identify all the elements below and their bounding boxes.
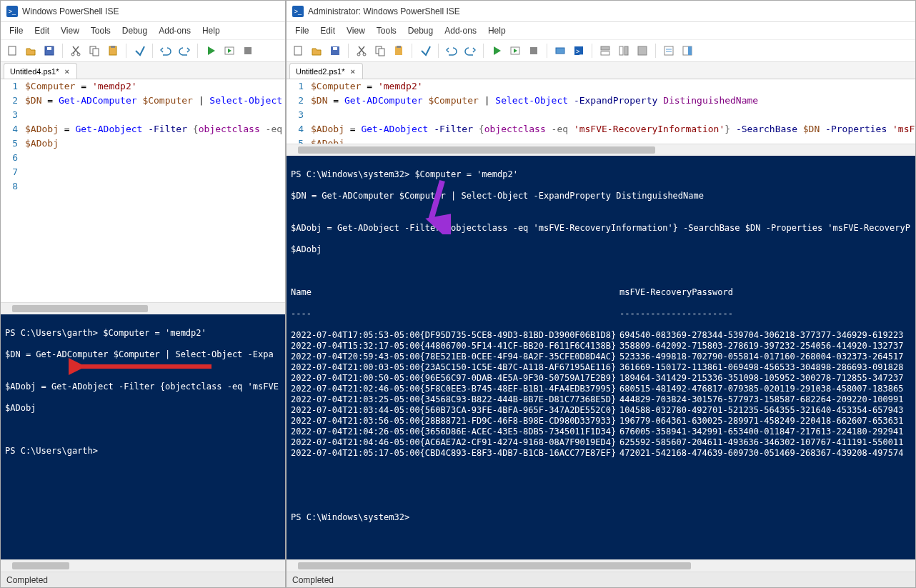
clear-icon[interactable] <box>131 42 148 59</box>
console-line: $ADobj <box>5 403 281 414</box>
clear-icon[interactable] <box>417 42 434 59</box>
script-editor[interactable]: 12345678 $Computer = 'memdp2' $DN = Get-… <box>1 79 285 302</box>
open-icon[interactable] <box>22 42 39 59</box>
output-row: 2022-07-04T20:59:43-05:00{78E521EB-0CEE-… <box>291 352 911 362</box>
stop-icon[interactable] <box>525 42 542 59</box>
paste-icon[interactable] <box>390 42 407 59</box>
console-prompt: PS C:\Users\garth> <box>5 446 281 457</box>
svg-rect-6 <box>93 49 99 56</box>
output-header: NamemsFVE-RecoveryPassword <box>291 287 911 298</box>
close-icon[interactable]: × <box>349 67 357 76</box>
separator <box>547 44 547 58</box>
horizontal-scrollbar[interactable] <box>1 559 285 572</box>
new-icon[interactable] <box>4 42 21 59</box>
show-command-icon[interactable] <box>660 42 677 59</box>
menu-file[interactable]: File <box>289 24 314 37</box>
menu-debug[interactable]: Debug <box>116 24 153 37</box>
separator <box>412 44 412 58</box>
output-row: 2022-07-04T21:02:46-05:00{5F8C0EE3-B745-… <box>291 384 911 394</box>
horizontal-scrollbar[interactable] <box>287 559 915 572</box>
svg-line-36 <box>431 181 442 220</box>
script-editor[interactable]: 1234567 $Computer = 'memdp2' $DN = Get-A… <box>287 79 915 144</box>
status-text: Completed <box>6 575 48 585</box>
menu-debug[interactable]: Debug <box>402 24 439 37</box>
paste-icon[interactable] <box>104 42 121 59</box>
menu-edit[interactable]: Edit <box>314 24 341 37</box>
menu-addons[interactable]: Add-ons <box>439 24 482 37</box>
file-tab[interactable]: Untitled2.ps1* × <box>289 63 363 79</box>
run-icon[interactable] <box>202 42 219 59</box>
console-pane[interactable]: PS C:\Windows\system32> $Computer = 'mem… <box>287 156 915 559</box>
titlebar[interactable]: >_ Administrator: Windows PowerShell ISE <box>287 1 915 22</box>
run-selection-icon[interactable] <box>221 42 238 59</box>
cut-icon[interactable] <box>67 42 84 59</box>
menu-edit[interactable]: Edit <box>29 24 55 37</box>
new-icon[interactable] <box>289 42 307 59</box>
output-row: 2022-07-04T21:04:46-05:00{AC6AE7A2-CF91-… <box>291 437 911 448</box>
output-row: 2022-07-04T15:32:17-05:00{44806700-5F14-… <box>291 341 911 352</box>
output-row: 2022-07-04T21:00:03-05:00{23A5C150-1C5E-… <box>291 362 911 373</box>
copy-icon[interactable] <box>86 42 103 59</box>
output-row: 2022-07-04T21:05:17-05:00{CBD4C893-E8F3-… <box>291 448 911 459</box>
titlebar[interactable]: >_ Windows PowerShell ISE <box>1 1 285 22</box>
open-icon[interactable] <box>308 42 325 59</box>
svg-rect-23 <box>556 48 564 54</box>
show-script-max-icon[interactable] <box>634 42 651 59</box>
menu-file[interactable]: File <box>4 24 29 37</box>
show-command-addon-icon[interactable] <box>679 42 696 59</box>
svg-rect-20 <box>397 46 401 48</box>
console-line: PS C:\Users\garth> $Computer = 'memdp2' <box>5 328 281 339</box>
console-line: PS C:\Windows\system32> $Computer = 'mem… <box>291 169 911 180</box>
separator <box>483 44 484 58</box>
show-script-right-icon[interactable] <box>615 42 632 59</box>
powershell-icon: >_ <box>6 6 18 17</box>
menu-tools[interactable]: Tools <box>85 24 116 37</box>
menu-tools[interactable]: Tools <box>371 24 402 37</box>
save-icon[interactable] <box>41 42 58 59</box>
menubar: File Edit View Tools Debug Add-ons Help <box>1 22 285 39</box>
show-script-top-icon[interactable] <box>597 42 614 59</box>
svg-rect-2 <box>47 47 51 50</box>
svg-text:>_: >_ <box>576 48 584 55</box>
menu-help[interactable]: Help <box>196 24 226 37</box>
console-line: $DN = Get-ADComputer $Computer | Select-… <box>291 191 911 201</box>
status-bar: Completed <box>287 572 915 587</box>
menu-view[interactable]: View <box>341 24 371 37</box>
cut-icon[interactable] <box>353 42 370 59</box>
undo-icon[interactable] <box>443 42 460 59</box>
tab-label: Untitled4.ps1* <box>10 67 59 76</box>
output-row: 2022-07-04T21:00:50-05:00{96E56C97-0DAB-… <box>291 373 911 384</box>
console-pane[interactable]: PS C:\Users\garth> $Computer = 'memdp2' … <box>1 314 285 559</box>
output-row: 2022-07-04T17:05:53-05:00{DF95D735-5CE8-… <box>291 330 911 341</box>
svg-rect-14 <box>333 47 337 50</box>
save-icon[interactable] <box>327 42 344 59</box>
menu-addons[interactable]: Add-ons <box>153 24 196 37</box>
redo-icon[interactable] <box>462 42 479 59</box>
undo-icon[interactable] <box>157 42 174 59</box>
purple-arrow-annotation <box>422 177 451 234</box>
menubar: File Edit View Tools Debug Add-ons Help <box>287 22 915 39</box>
copy-icon[interactable] <box>372 42 389 59</box>
powershell-tab-icon[interactable]: >_ <box>570 42 587 59</box>
run-selection-icon[interactable] <box>507 42 524 59</box>
code-area[interactable]: $Computer = 'memdp2' $DN = Get-ADCompute… <box>308 79 915 144</box>
separator <box>438 44 439 58</box>
stop-icon[interactable] <box>239 42 257 59</box>
svg-rect-22 <box>530 47 537 54</box>
menu-view[interactable]: View <box>55 24 85 37</box>
remote-icon[interactable] <box>552 42 569 59</box>
file-tabbar: Untitled2.ps1* × <box>287 62 915 79</box>
code-area[interactable]: $Computer = 'memdp2' $DN = Get-ADCompute… <box>22 79 285 302</box>
powershell-ise-window-left: >_ Windows PowerShell ISE File Edit View… <box>0 0 286 588</box>
run-icon[interactable] <box>488 42 505 59</box>
horizontal-scrollbar[interactable] <box>1 302 285 314</box>
line-number-gutter: 12345678 <box>1 79 22 302</box>
close-icon[interactable]: × <box>64 67 71 76</box>
powershell-ise-window-right: >_ Administrator: Windows PowerShell ISE… <box>286 0 916 588</box>
menu-help[interactable]: Help <box>482 24 512 37</box>
svg-rect-18 <box>379 49 384 56</box>
redo-icon[interactable] <box>176 42 193 59</box>
file-tab[interactable]: Untitled4.ps1* × <box>4 63 77 79</box>
console-prompt: PS C:\Windows\system32> <box>291 512 911 523</box>
horizontal-scrollbar[interactable] <box>287 144 915 156</box>
